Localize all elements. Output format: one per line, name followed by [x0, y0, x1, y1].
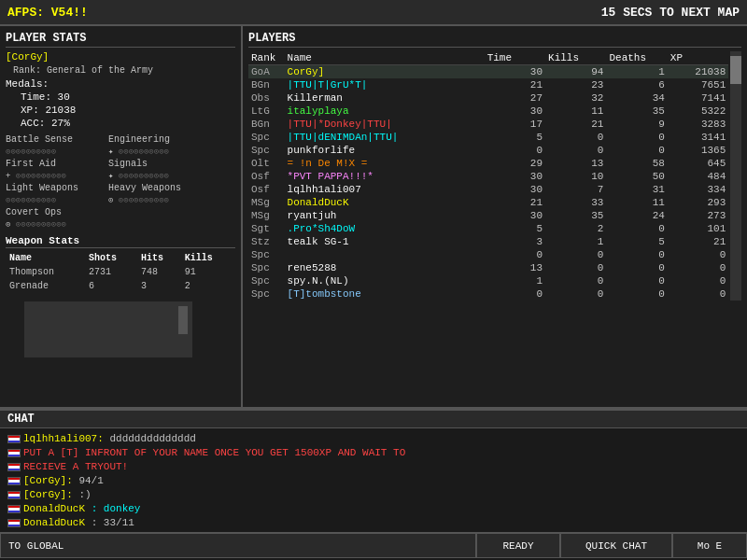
skill-engineering: Engineering [108, 134, 211, 145]
chat-line: DonaldDucK : donkey [7, 502, 740, 515]
table-row: Sgt .Pro*Sh4DoW 5 2 0 101 [248, 222, 728, 235]
player-name-cell: *PVT PAPPA!!!* [285, 170, 485, 183]
to-global-button[interactable]: TO GLOBAL [0, 533, 476, 558]
player-kills: 32 [545, 91, 606, 105]
chat-text: dddddddddddddd [109, 433, 195, 444]
player-kills: 33 [545, 196, 606, 209]
skill-heavy-weapons-dots: ⊙ ⊙⊙⊙⊙⊙⊙⊙⊙⊙⊙ [108, 195, 211, 205]
player-rank: Spc [248, 274, 285, 287]
table-row: Spc 0 0 0 0 [248, 248, 728, 261]
more-button[interactable]: Mo E [672, 533, 747, 558]
player-time: 17 [485, 118, 545, 131]
chat-flag-icon [7, 491, 21, 499]
table-row: Obs Killerman 27 32 34 7141 [248, 91, 728, 105]
skills-right: Engineering ✦ ⊙⊙⊙⊙⊙⊙⊙⊙⊙⊙ Signals ✦ ⊙⊙⊙⊙⊙… [108, 133, 211, 230]
player-rank: Spc [248, 248, 285, 261]
player-name-cell: |TTU|dENIMDAn|TTU| [285, 131, 485, 144]
player-name-cell: spy.N.(NL) [285, 274, 485, 287]
players-scrollbar[interactable] [730, 51, 741, 301]
player-deaths: 0 [606, 274, 667, 287]
player-xp: 645 [668, 157, 728, 170]
player-name-cell: Killerman [285, 91, 485, 105]
scroll-bar[interactable] [178, 306, 188, 334]
player-kills: 0 [545, 248, 606, 261]
player-rank: GoA [248, 65, 285, 79]
player-rank: Sgt [248, 222, 285, 235]
chat-area: CHAT lqlhh1ali007: ddddddddddddddPUT A [… [0, 409, 747, 558]
table-row: Spc [T]tombstone 0 0 0 0 [248, 287, 728, 301]
xp-label: XP: 21038 [21, 105, 76, 116]
chat-line: PUT A [T] INFRONT OF YOUR NAME ONCE YOU … [7, 446, 740, 459]
chat-sender: DonaldDucK [23, 503, 85, 514]
skill-covert-ops-dots: ⊙ ⊙⊙⊙⊙⊙⊙⊙⊙⊙⊙ [6, 219, 108, 230]
player-kills: 0 [545, 261, 606, 274]
player-rank: BGn [248, 78, 285, 91]
chat-messages: lqlhh1ali007: ddddddddddddddPUT A [T] IN… [0, 428, 747, 532]
chat-line: [CorGy]: :) [7, 488, 740, 501]
player-kills: 23 [545, 78, 606, 91]
quick-chat-button[interactable]: QUICK CHAT [560, 533, 672, 558]
player-time: 29 [485, 157, 545, 170]
skills-left: Battle Sense ⊙⊙⊙⊙⊙⊙⊙⊙⊙⊙ First Aid + ⊙⊙⊙⊙… [6, 133, 108, 230]
skills-section: Battle Sense ⊙⊙⊙⊙⊙⊙⊙⊙⊙⊙ First Aid + ⊙⊙⊙⊙… [6, 133, 235, 230]
chat-flag-icon [7, 449, 21, 457]
ready-button[interactable]: READY [476, 533, 560, 558]
player-rank: MSg [248, 209, 285, 222]
chat-flag-icon [7, 435, 21, 443]
player-time: 21 [485, 78, 545, 91]
player-time: 0 [485, 287, 545, 301]
chat-title: CHAT [0, 411, 747, 428]
player-xp: 0 [668, 248, 728, 261]
skill-battle-sense-dots: ⊙⊙⊙⊙⊙⊙⊙⊙⊙⊙ [6, 147, 108, 157]
time-label: Time: 30 [21, 91, 70, 103]
table-row: MSg DonaldDucK 21 33 11 293 [248, 196, 728, 209]
weapon-row: Grenade632 [7, 280, 233, 292]
weapon-stats-table: Name Shots Hits Kills Thompson273174891G… [6, 250, 235, 294]
skill-signals-dots: ✦ ⊙⊙⊙⊙⊙⊙⊙⊙⊙⊙ [108, 171, 211, 181]
player-kills: 11 [545, 105, 606, 118]
player-xp: 21038 [668, 65, 728, 79]
player-deaths: 50 [606, 170, 667, 183]
skill-battle-sense: Battle Sense [6, 134, 108, 145]
player-name-cell: |TTU|*Donkey|TTU| [285, 118, 485, 131]
player-rank: BGn [248, 118, 285, 131]
weapon-header-shots: Shots [87, 252, 137, 264]
player-kills: 13 [545, 157, 606, 170]
meter-display [24, 301, 192, 357]
player-time: 21 [485, 196, 545, 209]
player-xp: 0 [668, 261, 728, 274]
player-rank: LtG [248, 105, 285, 118]
chat-line: RECIEVE A TRYOUT! [7, 460, 740, 473]
table-row: Spc spy.N.(NL) 1 0 0 0 [248, 274, 728, 287]
skill-first-aid: First Aid [6, 159, 108, 169]
player-deaths: 0 [606, 144, 667, 157]
player-rank: MSg [248, 196, 285, 209]
player-name-cell: DonaldDucK [285, 196, 485, 209]
player-name-cell: = !n De M!X = [285, 157, 485, 170]
players-panel: PLAYERS Rank Name Time Kills Deaths XP G… [243, 26, 747, 409]
player-deaths: 34 [606, 91, 667, 105]
player-xp: 101 [668, 222, 728, 235]
header-deaths: Deaths [606, 51, 667, 65]
header-xp: XP [668, 51, 728, 65]
player-deaths: 0 [606, 287, 667, 301]
xp-row: XP: 21038 [21, 105, 235, 116]
player-kills: 0 [545, 274, 606, 287]
player-time: 5 [485, 222, 545, 235]
skill-engineering-dots: ✦ ⊙⊙⊙⊙⊙⊙⊙⊙⊙⊙ [108, 147, 211, 157]
player-name-cell: |TTU|T|GrU*T| [285, 78, 485, 91]
players-scrollbar-thumb[interactable] [730, 56, 741, 84]
rank-text: Rank: General of the Army [13, 65, 153, 76]
player-name-cell: punkforlife [285, 144, 485, 157]
medals-label: Medals: [6, 78, 49, 90]
table-row: Spc |TTU|dENIMDAn|TTU| 5 0 0 3141 [248, 131, 728, 144]
weapon-header-hits: Hits [139, 252, 181, 264]
player-kills: 1 [545, 235, 606, 248]
chat-input-row: TO GLOBAL READY QUICK CHAT Mo E [0, 532, 747, 558]
player-xp: 0 [668, 274, 728, 287]
player-stats-title: PLAYER STATS [6, 32, 235, 48]
player-deaths: 0 [606, 131, 667, 144]
player-name-cell [285, 248, 485, 261]
player-deaths: 0 [606, 261, 667, 274]
player-rank: Osf [248, 170, 285, 183]
